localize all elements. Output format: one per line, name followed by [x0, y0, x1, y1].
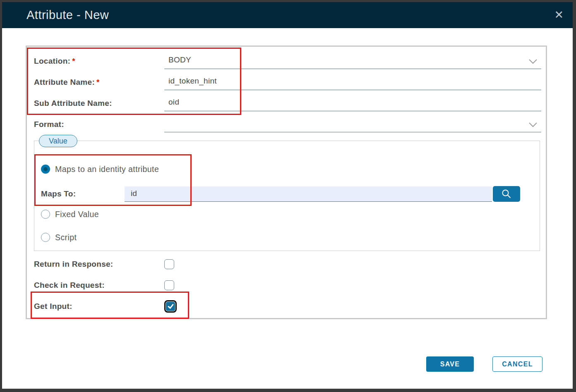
radio-label: Maps to an identity attribute — [55, 165, 159, 174]
radio-maps-to-identity-attribute[interactable]: Maps to an identity attribute — [41, 163, 540, 176]
close-icon[interactable]: ✕ — [554, 10, 564, 21]
label-text: Sub Attribute Name: — [34, 99, 112, 108]
maps-to-search-button[interactable] — [493, 186, 520, 202]
radio-button[interactable] — [41, 210, 50, 219]
maps-to-label: Maps To: — [41, 189, 125, 198]
format-select — [164, 117, 541, 132]
required-asterisk: * — [72, 57, 75, 65]
radio-script[interactable]: Script — [41, 231, 540, 244]
get-input-checkbox[interactable] — [164, 300, 177, 313]
format-select-input[interactable] — [164, 117, 541, 132]
field-row-attribute-name: Attribute Name:* — [27, 72, 546, 93]
format-label: Format: — [34, 120, 164, 129]
field-row-format: Format: — [27, 114, 546, 135]
radio-label: Script — [55, 233, 77, 242]
check-icon — [167, 303, 174, 310]
location-select — [164, 53, 541, 69]
field-rows: Location:* Attribute Name:* Sub — [27, 47, 546, 135]
check-in-request-label: Check in Request: — [34, 281, 164, 290]
attribute-name-field — [164, 74, 541, 90]
return-in-response-checkbox[interactable] — [164, 259, 174, 269]
dialog-title: Attribute - New — [26, 8, 109, 22]
radio-button[interactable] — [41, 165, 50, 174]
location-label: Location:* — [34, 57, 164, 66]
attribute-name-input[interactable] — [164, 74, 541, 90]
return-in-response-label: Return in Response: — [34, 260, 164, 269]
maps-to-input[interactable] — [125, 186, 492, 202]
dialog-titlebar: Attribute - New ✕ — [0, 0, 576, 28]
sub-attribute-name-label: Sub Attribute Name: — [34, 99, 164, 108]
get-input-label: Get Input: — [34, 302, 164, 311]
location-select-input[interactable] — [164, 53, 541, 69]
row-check-in-request: Check in Request: — [27, 275, 546, 296]
label-text: Location: — [34, 57, 70, 65]
label-text: Format: — [34, 120, 64, 129]
row-return-in-response: Return in Response: — [27, 253, 546, 275]
radio-label: Fixed Value — [55, 210, 99, 219]
sub-attribute-name-input[interactable] — [164, 96, 541, 111]
sub-attribute-name-field — [164, 96, 541, 111]
label-text: Attribute Name: — [34, 78, 95, 86]
radio-fixed-value[interactable]: Fixed Value — [41, 208, 540, 221]
radio-button[interactable] — [41, 233, 50, 242]
tab-value[interactable]: Value — [39, 135, 77, 147]
search-icon — [501, 189, 512, 199]
check-in-request-checkbox[interactable] — [164, 280, 174, 290]
attribute-form: Location:* Attribute Name:* Sub — [26, 45, 547, 319]
attribute-name-label: Attribute Name:* — [34, 78, 164, 87]
save-button[interactable]: SAVE — [426, 356, 474, 372]
checkbox-rows: Return in Response: Check in Request: Ge… — [27, 253, 546, 317]
attribute-new-dialog: Attribute - New ✕ Location:* Attribute N… — [0, 0, 576, 392]
checkbox-fill — [166, 302, 175, 311]
cancel-button[interactable]: CANCEL — [492, 356, 542, 372]
row-get-input: Get Input: — [27, 296, 546, 317]
value-section: Value Maps to an identity attribute Maps… — [34, 141, 540, 251]
maps-to-row: Maps To: — [41, 186, 540, 202]
field-row-sub-attribute-name: Sub Attribute Name: — [27, 93, 546, 114]
field-row-location: Location:* — [27, 50, 546, 72]
required-asterisk: * — [96, 78, 100, 86]
